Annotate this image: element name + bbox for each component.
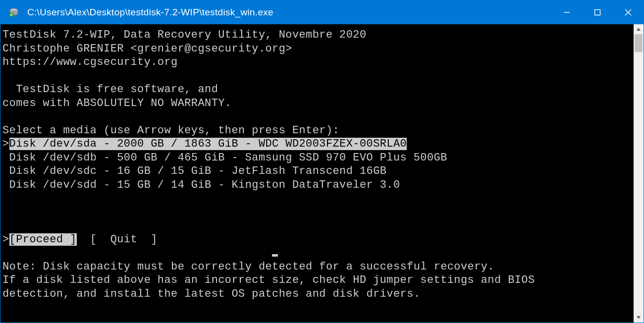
title-bar[interactable]: C:\Users\Alex\Desktop\testdisk-7.2-WIP\t… bbox=[0, 0, 644, 24]
blank-line bbox=[2, 206, 634, 219]
disk-caret bbox=[2, 179, 9, 191]
select-prompt: Select a media (use Arrow keys, then pre… bbox=[2, 124, 634, 138]
scroll-down-arrow-icon[interactable] bbox=[634, 313, 644, 323]
disk-text: Disk /dev/sdb - 500 GB / 465 GiB - Samsu… bbox=[9, 152, 447, 164]
blank-line bbox=[2, 110, 634, 124]
disk-text: Disk /dev/sdc - 16 GB / 15 GiB - JetFlas… bbox=[9, 165, 387, 177]
scroll-track[interactable] bbox=[634, 34, 644, 313]
window-title: C:\Users\Alex\Desktop\testdisk-7.2-WIP\t… bbox=[27, 7, 551, 18]
action-gap bbox=[77, 233, 90, 246]
vertical-scrollbar[interactable] bbox=[634, 24, 644, 323]
blank-line bbox=[2, 219, 634, 233]
header-line: https://www.cgsecurity.org bbox=[2, 55, 634, 69]
disk-item[interactable]: Disk /dev/sdb - 500 GB / 465 GiB - Samsu… bbox=[2, 151, 634, 165]
window-controls bbox=[551, 0, 644, 24]
terminal-output[interactable]: TestDisk 7.2-WIP, Data Recovery Utility,… bbox=[0, 24, 634, 323]
disk-caret bbox=[2, 165, 9, 177]
disk-caret: > bbox=[2, 138, 9, 150]
svg-rect-3 bbox=[595, 10, 600, 15]
quit-button[interactable]: [ Quit ] bbox=[90, 233, 158, 246]
disk-item[interactable]: Disk /dev/sdc - 16 GB / 15 GiB - JetFlas… bbox=[2, 164, 634, 178]
disk-item[interactable]: Disk /dev/sdd - 15 GB / 14 GiB - Kingsto… bbox=[2, 178, 634, 192]
cursor-icon bbox=[272, 254, 278, 257]
disk-text: Disk /dev/sda - 2000 GB / 1863 GiB - WDC… bbox=[9, 138, 407, 150]
blank-line bbox=[2, 69, 634, 83]
action-caret: > bbox=[2, 233, 9, 246]
disk-item[interactable]: >Disk /dev/sda - 2000 GB / 1863 GiB - WD… bbox=[2, 137, 634, 151]
app-icon bbox=[7, 6, 20, 19]
proceed-button[interactable]: [Proceed ] bbox=[9, 233, 77, 246]
cursor-line bbox=[2, 246, 634, 260]
close-button[interactable] bbox=[613, 0, 644, 24]
scroll-up-arrow-icon[interactable] bbox=[634, 24, 644, 34]
license-line: TestDisk is free software, and bbox=[2, 83, 634, 97]
blank-line bbox=[2, 192, 634, 206]
note-line: If a disk listed above has an incorrect … bbox=[2, 273, 634, 287]
disk-caret bbox=[2, 152, 9, 164]
content-area: TestDisk 7.2-WIP, Data Recovery Utility,… bbox=[0, 24, 644, 323]
header-line: TestDisk 7.2-WIP, Data Recovery Utility,… bbox=[2, 28, 634, 42]
note-line: Note: Disk capacity must be correctly de… bbox=[2, 260, 634, 274]
action-row: >[Proceed ] [ Quit ] bbox=[2, 233, 634, 247]
console-window: C:\Users\Alex\Desktop\testdisk-7.2-WIP\t… bbox=[0, 0, 644, 323]
disk-text: Disk /dev/sdd - 15 GB / 14 GiB - Kingsto… bbox=[9, 179, 400, 191]
scroll-thumb[interactable] bbox=[635, 34, 643, 52]
minimize-button[interactable] bbox=[551, 0, 582, 24]
license-line: comes with ABSOLUTELY NO WARRANTY. bbox=[2, 97, 634, 110]
maximize-button[interactable] bbox=[582, 0, 613, 24]
note-line: detection, and install the latest OS pat… bbox=[2, 287, 634, 301]
header-line: Christophe GRENIER <grenier@cgsecurity.o… bbox=[2, 42, 634, 56]
